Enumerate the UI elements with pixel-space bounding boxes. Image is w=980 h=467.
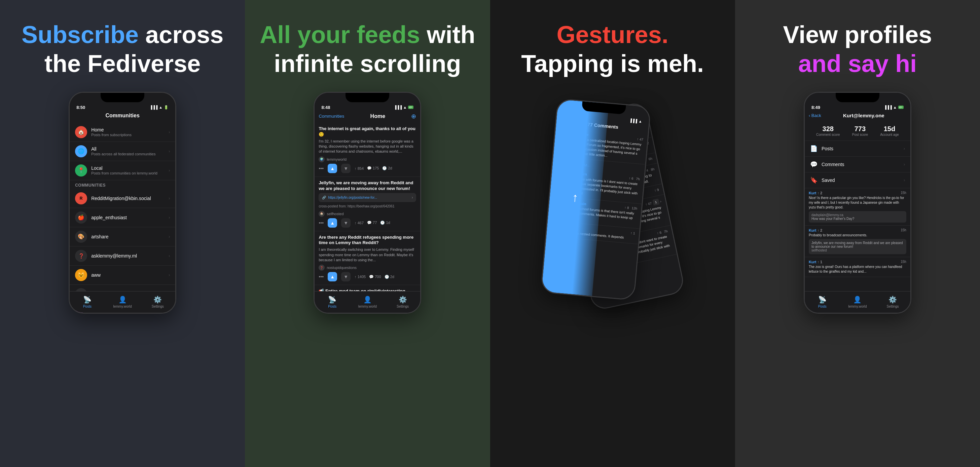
downvote-1[interactable]: ▼ [341, 218, 350, 228]
community-item-artshare[interactable]: 🎨 artshare › [70, 227, 175, 246]
link-icon: 🔗 [322, 196, 326, 199]
post-meta-2: ❓ nostupidquestions [318, 265, 416, 271]
swipe-gesture-overlay: ↑ [541, 99, 609, 296]
stat-post-score: 773 Post score [852, 125, 868, 137]
reply-preview-1: Jellyfin, we are moving away from Reddit… [809, 239, 906, 254]
upvote-0[interactable]: ▲ [328, 164, 337, 173]
post-meta-1: 🏠 selfhosted [318, 211, 416, 217]
community-item-all[interactable]: 🌐 All Posts across all federated communi… [70, 142, 175, 161]
tab-posts-4[interactable]: 📡 Posts [805, 295, 840, 308]
post-actions-1: ••• ▲ ▼ ↑ 467 💬 77 🕐 1d [318, 218, 416, 228]
tab-posts-1[interactable]: 📡 Posts [70, 295, 105, 308]
panel-profiles: View profiles and say hi 8:49 ▐▐▐ ▲ 4+ ‹… [735, 0, 980, 467]
phone-mockup-4: 8:49 ▐▐▐ ▲ 4+ ‹ Back Kurt@lemmy.one 328 … [804, 92, 912, 314]
phone-front: ↑ 8:50 ▐▐▐▲ ‹ 77 Comments [540, 98, 651, 300]
community-item-apple[interactable]: 🍎 apple_enthusiast › [70, 208, 175, 227]
community-icon-reddit: R [75, 192, 87, 205]
profile-comment-0: Kurt ↑ 2 15h Nice! Is there a particular… [805, 188, 910, 226]
downvote-0[interactable]: ▼ [341, 164, 350, 173]
gear-icon-2: ⚙️ [399, 295, 407, 303]
community-item-aww[interactable]: 😺 aww › [70, 265, 175, 285]
post-card-0[interactable]: The internet is great again, thanks to a… [315, 123, 420, 177]
reply-preview-0: dadsplain@lemmy.ca How was your Father's… [809, 211, 906, 222]
gear-icon-1: ⚙️ [153, 295, 162, 303]
profile-comment-2: Kurt ↑ 1 15h The zoo is great! Ours has … [805, 257, 910, 277]
post-stats-0: ↑ 854 💬 175 🕐 2d [355, 166, 392, 170]
panel-gestures: Gestures. Tapping is meh. 8:50 ▐▐▐▲4+ ‹ … [490, 0, 735, 467]
community-icon-asklemmy: ❓ [75, 250, 87, 262]
tab-lemmy-1[interactable]: 👤 lemmy.world [105, 295, 140, 308]
community-icon-aww: 😺 [75, 269, 87, 281]
profile-menu-comments[interactable]: 💬 Comments › [805, 157, 910, 173]
profile-menu-saved[interactable]: 🔖 Saved › [805, 173, 910, 188]
post-card-1[interactable]: Jellyfin, we are moving away from Reddit… [315, 177, 420, 231]
tab-settings-1[interactable]: ⚙️ Settings [140, 295, 175, 308]
downvote-2[interactable]: ▼ [341, 272, 350, 281]
antenna-icon-4: 📡 [818, 295, 827, 303]
more-icon-2[interactable]: ••• [318, 274, 324, 280]
communities-title: Communities [70, 111, 175, 123]
post-stats-1: ↑ 467 💬 77 🕐 1d [355, 221, 390, 225]
community-item-asklemmy[interactable]: ❓ asklemmy@lemmy.ml › [70, 246, 175, 265]
front-screen-with-gesture: ↑ 8:50 ▐▐▐▲ ‹ 77 Comments [541, 99, 650, 300]
phone-mockup-2: 8:48 ▐▐▐ ▲ 4+ Communities Home ⊕ The int… [313, 92, 421, 314]
tab-lemmy-4[interactable]: 👤 lemmy.world [840, 295, 875, 308]
antenna-icon: 📡 [83, 295, 92, 303]
antenna-icon-2: 📡 [328, 295, 336, 303]
community-info-local: Local Posts from communities on lemmy.wo… [91, 165, 164, 175]
phone-mockup-3-front: ↑ 8:50 ▐▐▐▲ ‹ 77 Comments [540, 98, 651, 300]
community-info-home: Home Posts from subscriptions [91, 127, 164, 137]
tab-lemmy-2[interactable]: 👤 lemmy.world [350, 295, 385, 308]
upvote-1[interactable]: ▲ [328, 218, 337, 228]
community-icon-artshare: 🎨 [75, 230, 87, 243]
feed-nav: Communities Home ⊕ [315, 111, 420, 123]
profile-comment-1: Kurt ↑ 2 15h Probably to broadcast annou… [805, 226, 910, 257]
phone-mockup-1: 8:50 ▐▐▐ ▲ 🔋 Communities 🏠 Home Posts fr… [68, 92, 176, 314]
post-meta-0: 🌍 lemmyworld [318, 156, 416, 162]
tab-bar-4: 📡 Posts 👤 lemmy.world ⚙️ Settings [805, 291, 910, 313]
more-icon-0[interactable]: ••• [318, 166, 324, 171]
community-item-home[interactable]: 🏠 Home Posts from subscriptions › [70, 123, 175, 142]
phone-notch-1 [100, 93, 144, 102]
panel-3-headline: Gestures. Tapping is meh. [521, 20, 704, 78]
post-actions-0: ••• ▲ ▼ ↑ 854 💬 175 🕐 2d [318, 164, 416, 173]
person-icon-4: 👤 [853, 295, 862, 303]
source-icon-1: 🏠 [318, 211, 325, 217]
communities-screen: 8:50 ▐▐▐ ▲ 🔋 Communities 🏠 Home Posts fr… [70, 93, 175, 313]
tab-settings-2[interactable]: ⚙️ Settings [385, 295, 420, 308]
phone-notch-4 [836, 93, 880, 102]
profile-menu-posts[interactable]: 📄 Posts › [805, 141, 910, 157]
communities-section-label: Communities [70, 180, 175, 189]
feed-screen: 8:48 ▐▐▐ ▲ 4+ Communities Home ⊕ The int… [315, 93, 420, 313]
community-item-reddit-migration[interactable]: R RedditMigration@kbin.social › [70, 189, 175, 208]
comment-icon: 💬 [810, 161, 818, 168]
post-link-1[interactable]: 🔗 https://jellyfin.org/posts/new-for... … [318, 193, 416, 202]
phone-notch-2 [345, 93, 389, 102]
up-arrow-icon: ↑ [571, 190, 579, 205]
person-icon-2: 👤 [363, 295, 372, 303]
community-icon-apple: 🍎 [75, 211, 87, 224]
chevron-local: › [169, 168, 170, 173]
person-icon-1: 👤 [118, 295, 127, 303]
tilted-phones-container: 8:50 ▐▐▐▲4+ ‹ 77 Comments removed by mod [545, 95, 680, 324]
back-button-profile[interactable]: ‹ Back [809, 113, 821, 118]
community-item-local[interactable]: 📍 Local Posts from communities on lemmy.… [70, 161, 175, 180]
stat-comment-score: 328 Comment score [816, 125, 840, 137]
stat-account-age: 15d Account age [880, 125, 899, 137]
community-icon-home: 🏠 [75, 126, 87, 138]
panel-subscribe: Subscribe across the Fediverse 8:50 ▐▐▐ … [0, 0, 245, 467]
panel-1-headline: Subscribe across the Fediverse [22, 20, 223, 78]
source-icon-0: 🌍 [318, 156, 325, 162]
panel-4-headline: View profiles and say hi [783, 20, 932, 78]
gear-icon-4: ⚙️ [888, 295, 897, 303]
post-card-2[interactable]: Are there any Reddit refugees spending m… [315, 231, 420, 286]
chevron-home: › [169, 130, 170, 135]
feed-plus-icon[interactable]: ⊕ [411, 113, 416, 120]
headline-accent-1: Subscribe [22, 21, 138, 48]
source-icon-2: ❓ [318, 265, 325, 271]
tab-settings-4[interactable]: ⚙️ Settings [875, 295, 910, 308]
tab-posts-2[interactable]: 📡 Posts [315, 295, 350, 308]
more-icon-1[interactable]: ••• [318, 220, 324, 226]
panel-2-headline: All your feeds with infinite scrolling [260, 20, 475, 78]
upvote-2[interactable]: ▲ [328, 272, 337, 281]
